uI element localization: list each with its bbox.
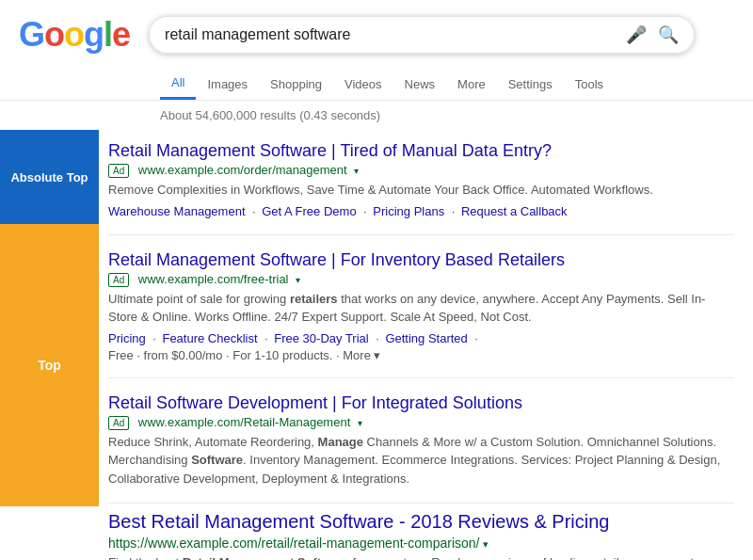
tab-all[interactable]: All <box>160 68 196 100</box>
ad-3-title[interactable]: Retail Software Development | For Integr… <box>108 393 734 413</box>
ad-badge-3: Ad <box>108 416 129 430</box>
results-area: Retail Management Software | Tired of Ma… <box>99 130 753 560</box>
top-label: Top <box>0 350 99 380</box>
ad-2-link-3[interactable]: Free 30-Day Trial <box>274 331 368 345</box>
ad-2-link-4[interactable]: Getting Started <box>385 331 467 345</box>
organic-1-url: https://www.example.com/retail/retail-ma… <box>108 536 734 551</box>
main-content: Absolute Top Top Retail Management Softw… <box>0 130 753 560</box>
microphone-icon[interactable]: 🎤 <box>626 24 647 45</box>
tab-videos[interactable]: Videos <box>333 70 393 99</box>
ad-result-1: Retail Management Software | Tired of Ma… <box>108 130 734 231</box>
search-icons: 🎤 🔍 <box>626 24 679 45</box>
organic-1-title[interactable]: Best Retail Management Software - 2018 R… <box>108 511 734 533</box>
ad-1-link-3[interactable]: Pricing Plans <box>373 204 444 218</box>
google-logo: Google <box>19 15 130 55</box>
search-input[interactable] <box>165 26 618 43</box>
header: Google 🎤 🔍 <box>0 0 753 55</box>
tab-images[interactable]: Images <box>196 70 259 99</box>
side-labels: Absolute Top Top <box>0 130 99 560</box>
ad-2-link-1[interactable]: Pricing <box>108 331 146 345</box>
ad-2-free-line: Free · from $0.00/mo · For 1-10 products… <box>108 348 734 362</box>
organic-result-1: Best Retail Management Software - 2018 R… <box>108 507 734 560</box>
ad-result-2: Retail Management Software | For Invento… <box>108 239 734 374</box>
ad-2-link-2[interactable]: Feature Checklist <box>162 331 257 345</box>
ad-3-desc: Reduce Shrink, Automate Reordering, Mana… <box>108 433 734 488</box>
tab-settings[interactable]: Settings <box>497 70 564 99</box>
ad-2-desc: Ultimate point of sale for growing retai… <box>108 290 734 327</box>
ad-result-3: Retail Software Development | For Integr… <box>108 382 734 500</box>
ad-1-desc: Remove Complexities in Workflows, Save T… <box>108 181 734 200</box>
divider-3 <box>108 503 734 504</box>
organic-1-desc: Find the best Retail Management Software… <box>108 553 734 560</box>
nav-tabs: All Images Shopping Videos News More Set… <box>0 58 753 101</box>
ad-2-url: Ad www.example.com/free-trial ▾ <box>108 272 734 287</box>
ad-3-url: Ad www.example.com/Retail-Management ▾ <box>108 415 734 430</box>
ad-2-links: Pricing · Feature Checklist · Free 30-Da… <box>108 329 734 346</box>
top-bar: Top <box>0 224 99 506</box>
tab-tools[interactable]: Tools <box>564 70 615 99</box>
ad-badge-1: Ad <box>108 164 129 178</box>
ad-1-link-1[interactable]: Warehouse Management <box>108 204 246 218</box>
ad-badge-2: Ad <box>108 273 129 287</box>
search-bar[interactable]: 🎤 🔍 <box>149 16 695 54</box>
ad-1-url: Ad www.example.com/order/management ▾ <box>108 163 734 178</box>
search-icon[interactable]: 🔍 <box>658 24 679 45</box>
divider-2 <box>108 377 734 378</box>
tab-shopping[interactable]: Shopping <box>259 70 333 99</box>
ad-1-links: Warehouse Management · Get A Free Demo ·… <box>108 202 734 219</box>
divider-1 <box>108 234 734 235</box>
results-count: About 54,600,000 results (0.43 seconds) <box>0 101 753 130</box>
tab-more[interactable]: More <box>446 70 497 99</box>
ad-1-title[interactable]: Retail Management Software | Tired of Ma… <box>108 141 734 161</box>
ad-2-title[interactable]: Retail Management Software | For Invento… <box>108 250 734 270</box>
ad-1-link-2[interactable]: Get A Free Demo <box>262 204 356 218</box>
absolute-top-label: Absolute Top <box>0 130 99 224</box>
tab-news[interactable]: News <box>393 70 447 99</box>
ad-1-link-4[interactable]: Request a Callback <box>461 204 568 218</box>
